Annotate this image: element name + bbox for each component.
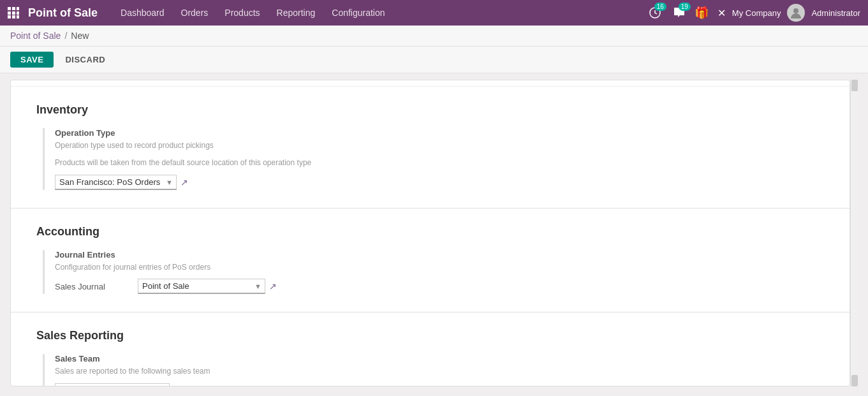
app-title: Point of Sale [28, 6, 98, 20]
sales-team-label: Sales Team [55, 354, 824, 363]
save-button[interactable]: SAVE [10, 52, 54, 68]
sales-journal-label: Sales Journal [55, 282, 131, 291]
menu-item-configuration[interactable]: Configuration [324, 0, 392, 26]
chat-badge: 19 [679, 3, 691, 11]
field-group-sales-team: Sales Team Sales are reported to the fol… [43, 354, 824, 386]
svg-rect-3 [8, 11, 11, 15]
sales-journal-external-link[interactable]: ↗ [269, 281, 277, 291]
svg-rect-4 [12, 11, 15, 15]
operation-type-desc2: Products will be taken from the default … [55, 158, 824, 168]
breadcrumb: Point of Sale / New [0, 26, 868, 47]
breadcrumb-parent[interactable]: Point of Sale [10, 31, 61, 41]
menu-item-orders[interactable]: Orders [173, 0, 216, 26]
journal-entries-label: Journal Entries [55, 250, 824, 260]
sales-team-desc1: Sales are reported to the following sale… [55, 366, 824, 377]
operation-type-select[interactable]: San Francisco: PoS Orders [55, 175, 177, 190]
top-menu: Dashboard Orders Products Reporting Conf… [113, 0, 649, 26]
field-group-operation-type: Operation Type Operation type used to re… [43, 128, 824, 190]
top-navigation: Point of Sale Dashboard Orders Products … [0, 0, 868, 26]
section-sales-reporting-title: Sales Reporting [36, 325, 824, 342]
sales-team-select[interactable]: Team a [55, 383, 170, 386]
sales-team-select-wrapper: Team a ▼ [55, 383, 170, 386]
breadcrumb-current: New [71, 31, 89, 41]
journal-entries-field-row: Sales Journal Point of Sale ▼ ↗ [55, 279, 824, 294]
operation-type-select-wrap: San Francisco: PoS Orders ▼ ↗ [55, 175, 188, 190]
activity-badge: 16 [654, 3, 666, 11]
close-icon[interactable]: ✕ [717, 7, 726, 19]
operation-type-field-row: San Francisco: PoS Orders ▼ ↗ [55, 175, 824, 190]
main-content: Inventory Operation Type Operation type … [0, 73, 868, 393]
menu-item-dashboard[interactable]: Dashboard [113, 0, 172, 26]
svg-rect-7 [12, 15, 15, 18]
sales-journal-select-wrap: Point of Sale ▼ ↗ [138, 279, 277, 294]
chat-icon[interactable]: 19 [673, 6, 686, 19]
avatar[interactable] [787, 4, 805, 22]
grid-icon[interactable] [8, 7, 19, 18]
operation-type-desc1: Operation type used to record product pi… [55, 140, 824, 151]
scrollbar-thumb-bottom [851, 375, 858, 386]
svg-rect-8 [17, 15, 19, 18]
section-accounting: Accounting Journal Entries Configuration… [11, 209, 850, 312]
svg-rect-0 [8, 7, 11, 10]
operation-type-external-link[interactable]: ↗ [180, 177, 188, 187]
operation-type-label: Operation Type [55, 128, 824, 138]
form-card: Inventory Operation Type Operation type … [10, 80, 850, 386]
admin-name[interactable]: Administrator [811, 8, 860, 18]
form-toolbar: SAVE DISCARD [0, 47, 868, 73]
svg-rect-1 [12, 7, 15, 10]
section-accounting-title: Accounting [36, 221, 824, 238]
svg-point-10 [793, 8, 798, 13]
svg-rect-6 [8, 15, 11, 18]
section-inventory: Inventory Operation Type Operation type … [11, 87, 850, 208]
svg-rect-5 [17, 11, 19, 15]
breadcrumb-separator: / [64, 31, 67, 41]
section-sales-reporting: Sales Reporting Sales Team Sales are rep… [11, 312, 850, 386]
scrollbar-track[interactable] [850, 80, 858, 386]
sales-team-external-link[interactable]: ↗ [173, 386, 181, 386]
menu-item-products[interactable]: Products [217, 0, 267, 26]
menu-item-reporting[interactable]: Reporting [269, 0, 323, 26]
sales-journal-select-wrapper: Point of Sale ▼ [138, 279, 265, 294]
sales-journal-select[interactable]: Point of Sale [138, 279, 265, 294]
operation-type-select-wrapper: San Francisco: PoS Orders ▼ [55, 175, 177, 190]
section-inventory-title: Inventory [36, 99, 824, 117]
activity-icon[interactable]: 16 [649, 6, 661, 19]
journal-entries-desc1: Configuration for journal entries of PoS… [55, 262, 824, 273]
svg-rect-2 [17, 7, 19, 10]
field-group-journal-entries: Journal Entries Configuration for journa… [43, 250, 824, 295]
scrollbar-thumb-top [851, 80, 858, 91]
discard-button[interactable]: DISCARD [59, 52, 112, 68]
topnav-right: 16 19 🎁 ✕ My Company Administrator [649, 4, 860, 22]
sales-team-select-wrap: Team a ▼ ↗ [55, 383, 181, 386]
sales-team-field-row: Team a ▼ ↗ [55, 383, 824, 386]
gift-icon[interactable]: 🎁 [695, 6, 709, 20]
company-name[interactable]: My Company [732, 8, 781, 18]
